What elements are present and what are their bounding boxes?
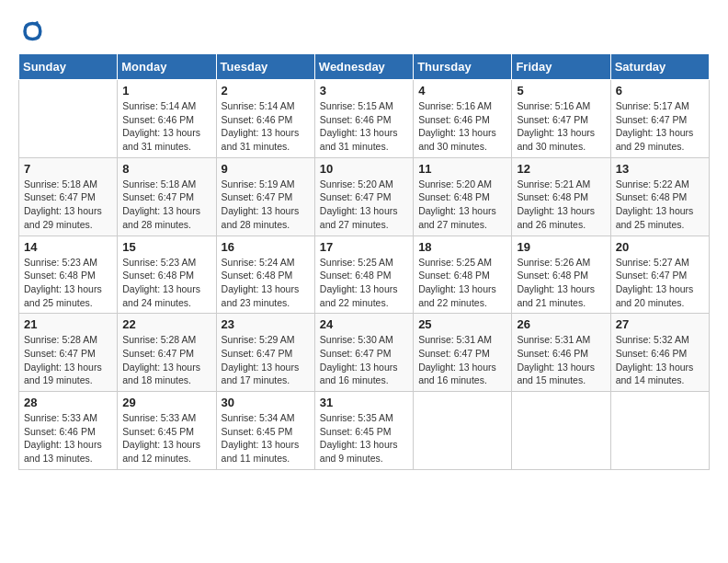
day-number: 14 xyxy=(24,240,112,254)
calendar-cell: 19 Sunrise: 5:26 AM Sunset: 6:48 PM Dayl… xyxy=(512,236,610,314)
page-header xyxy=(18,18,710,44)
day-info: Sunrise: 5:28 AM Sunset: 6:47 PM Dayligh… xyxy=(24,333,112,387)
day-info: Sunrise: 5:30 AM Sunset: 6:47 PM Dayligh… xyxy=(320,333,408,387)
day-number: 27 xyxy=(616,317,704,331)
calendar-cell: 30 Sunrise: 5:34 AM Sunset: 6:45 PM Dayl… xyxy=(216,392,314,470)
weekday-header-cell: Thursday xyxy=(414,54,512,80)
day-info: Sunrise: 5:33 AM Sunset: 6:45 PM Dayligh… xyxy=(122,411,210,465)
day-info: Sunrise: 5:35 AM Sunset: 6:45 PM Dayligh… xyxy=(320,411,408,465)
day-info: Sunrise: 5:24 AM Sunset: 6:48 PM Dayligh… xyxy=(222,256,310,310)
day-number: 12 xyxy=(517,162,605,176)
calendar-cell: 20 Sunrise: 5:27 AM Sunset: 6:47 PM Dayl… xyxy=(610,236,709,314)
calendar-cell: 31 Sunrise: 5:35 AM Sunset: 6:45 PM Dayl… xyxy=(314,392,413,470)
day-info: Sunrise: 5:31 AM Sunset: 6:47 PM Dayligh… xyxy=(418,333,506,387)
day-number: 8 xyxy=(122,162,210,176)
weekday-header-cell: Saturday xyxy=(610,54,709,80)
day-number: 3 xyxy=(320,84,408,98)
day-info: Sunrise: 5:33 AM Sunset: 6:46 PM Dayligh… xyxy=(24,411,112,465)
day-info: Sunrise: 5:28 AM Sunset: 6:47 PM Dayligh… xyxy=(122,333,210,387)
day-number: 21 xyxy=(24,317,112,331)
calendar-cell: 17 Sunrise: 5:25 AM Sunset: 6:48 PM Dayl… xyxy=(314,236,413,314)
calendar-cell: 10 Sunrise: 5:20 AM Sunset: 6:47 PM Dayl… xyxy=(314,157,413,236)
weekday-header-cell: Tuesday xyxy=(216,54,314,80)
calendar-cell xyxy=(19,80,118,158)
calendar-cell: 7 Sunrise: 5:18 AM Sunset: 6:47 PM Dayli… xyxy=(19,157,118,236)
calendar-cell xyxy=(414,392,512,470)
day-number: 23 xyxy=(222,317,310,331)
calendar-week-row: 28 Sunrise: 5:33 AM Sunset: 6:46 PM Dayl… xyxy=(19,392,710,470)
calendar-cell: 4 Sunrise: 5:16 AM Sunset: 6:46 PM Dayli… xyxy=(414,80,512,158)
calendar-cell xyxy=(512,392,610,470)
calendar-cell: 13 Sunrise: 5:22 AM Sunset: 6:48 PM Dayl… xyxy=(610,157,709,236)
calendar-week-row: 1 Sunrise: 5:14 AM Sunset: 6:46 PM Dayli… xyxy=(19,80,710,158)
day-number: 18 xyxy=(418,240,506,254)
calendar-week-row: 7 Sunrise: 5:18 AM Sunset: 6:47 PM Dayli… xyxy=(19,157,710,236)
day-info: Sunrise: 5:15 AM Sunset: 6:46 PM Dayligh… xyxy=(320,99,408,154)
calendar-cell: 3 Sunrise: 5:15 AM Sunset: 6:46 PM Dayli… xyxy=(314,80,413,158)
day-info: Sunrise: 5:16 AM Sunset: 6:46 PM Dayligh… xyxy=(418,99,506,154)
weekday-header-cell: Sunday xyxy=(19,54,118,80)
day-number: 24 xyxy=(320,317,408,331)
day-number: 26 xyxy=(517,317,605,331)
weekday-header-cell: Monday xyxy=(118,54,216,80)
calendar-cell: 1 Sunrise: 5:14 AM Sunset: 6:46 PM Dayli… xyxy=(118,80,216,158)
day-number: 11 xyxy=(418,162,506,176)
calendar-cell: 22 Sunrise: 5:28 AM Sunset: 6:47 PM Dayl… xyxy=(118,314,216,392)
day-info: Sunrise: 5:21 AM Sunset: 6:48 PM Dayligh… xyxy=(517,178,605,232)
day-number: 7 xyxy=(24,162,112,176)
calendar-cell xyxy=(610,392,709,470)
day-info: Sunrise: 5:17 AM Sunset: 6:47 PM Dayligh… xyxy=(616,99,704,154)
day-info: Sunrise: 5:26 AM Sunset: 6:48 PM Dayligh… xyxy=(517,256,605,310)
day-number: 6 xyxy=(616,84,704,98)
day-info: Sunrise: 5:20 AM Sunset: 6:48 PM Dayligh… xyxy=(418,178,506,232)
day-info: Sunrise: 5:16 AM Sunset: 6:47 PM Dayligh… xyxy=(517,99,605,154)
calendar-cell: 6 Sunrise: 5:17 AM Sunset: 6:47 PM Dayli… xyxy=(610,80,709,158)
day-info: Sunrise: 5:31 AM Sunset: 6:46 PM Dayligh… xyxy=(517,333,605,387)
day-info: Sunrise: 5:20 AM Sunset: 6:47 PM Dayligh… xyxy=(320,178,408,232)
calendar-table: SundayMondayTuesdayWednesdayThursdayFrid… xyxy=(18,53,710,470)
day-info: Sunrise: 5:19 AM Sunset: 6:47 PM Dayligh… xyxy=(222,178,310,232)
day-number: 4 xyxy=(418,84,506,98)
day-info: Sunrise: 5:29 AM Sunset: 6:47 PM Dayligh… xyxy=(222,333,310,387)
day-number: 28 xyxy=(24,396,112,409)
day-number: 17 xyxy=(320,240,408,254)
calendar-cell: 28 Sunrise: 5:33 AM Sunset: 6:46 PM Dayl… xyxy=(19,392,118,470)
day-info: Sunrise: 5:23 AM Sunset: 6:48 PM Dayligh… xyxy=(24,256,112,310)
day-info: Sunrise: 5:32 AM Sunset: 6:46 PM Dayligh… xyxy=(616,333,704,387)
day-number: 29 xyxy=(122,396,210,409)
day-info: Sunrise: 5:18 AM Sunset: 6:47 PM Dayligh… xyxy=(24,178,112,232)
day-number: 10 xyxy=(320,162,408,176)
calendar-cell: 2 Sunrise: 5:14 AM Sunset: 6:46 PM Dayli… xyxy=(216,80,314,158)
day-number: 19 xyxy=(517,240,605,254)
day-number: 5 xyxy=(517,84,605,98)
day-number: 31 xyxy=(320,396,408,409)
day-info: Sunrise: 5:34 AM Sunset: 6:45 PM Dayligh… xyxy=(222,411,310,465)
calendar-cell: 27 Sunrise: 5:32 AM Sunset: 6:46 PM Dayl… xyxy=(610,314,709,392)
day-number: 22 xyxy=(122,317,210,331)
day-info: Sunrise: 5:25 AM Sunset: 6:48 PM Dayligh… xyxy=(320,256,408,310)
calendar-cell: 18 Sunrise: 5:25 AM Sunset: 6:48 PM Dayl… xyxy=(414,236,512,314)
day-number: 25 xyxy=(418,317,506,331)
calendar-week-row: 14 Sunrise: 5:23 AM Sunset: 6:48 PM Dayl… xyxy=(19,236,710,314)
calendar-cell: 15 Sunrise: 5:23 AM Sunset: 6:48 PM Dayl… xyxy=(118,236,216,314)
calendar-cell: 8 Sunrise: 5:18 AM Sunset: 6:47 PM Dayli… xyxy=(118,157,216,236)
day-info: Sunrise: 5:23 AM Sunset: 6:48 PM Dayligh… xyxy=(122,256,210,310)
logo-icon xyxy=(18,18,44,44)
day-info: Sunrise: 5:18 AM Sunset: 6:47 PM Dayligh… xyxy=(122,178,210,232)
day-number: 9 xyxy=(222,162,310,176)
calendar-cell: 9 Sunrise: 5:19 AM Sunset: 6:47 PM Dayli… xyxy=(216,157,314,236)
calendar-cell: 12 Sunrise: 5:21 AM Sunset: 6:48 PM Dayl… xyxy=(512,157,610,236)
calendar-cell: 11 Sunrise: 5:20 AM Sunset: 6:48 PM Dayl… xyxy=(414,157,512,236)
weekday-header-cell: Wednesday xyxy=(314,54,413,80)
calendar-cell: 14 Sunrise: 5:23 AM Sunset: 6:48 PM Dayl… xyxy=(19,236,118,314)
weekday-header-cell: Friday xyxy=(512,54,610,80)
calendar-cell: 29 Sunrise: 5:33 AM Sunset: 6:45 PM Dayl… xyxy=(118,392,216,470)
calendar-cell: 24 Sunrise: 5:30 AM Sunset: 6:47 PM Dayl… xyxy=(314,314,413,392)
day-info: Sunrise: 5:27 AM Sunset: 6:47 PM Dayligh… xyxy=(616,256,704,310)
day-number: 2 xyxy=(222,84,310,98)
calendar-cell: 21 Sunrise: 5:28 AM Sunset: 6:47 PM Dayl… xyxy=(19,314,118,392)
day-info: Sunrise: 5:14 AM Sunset: 6:46 PM Dayligh… xyxy=(122,99,210,154)
day-info: Sunrise: 5:14 AM Sunset: 6:46 PM Dayligh… xyxy=(222,99,310,154)
day-number: 30 xyxy=(222,396,310,409)
logo xyxy=(18,18,46,44)
